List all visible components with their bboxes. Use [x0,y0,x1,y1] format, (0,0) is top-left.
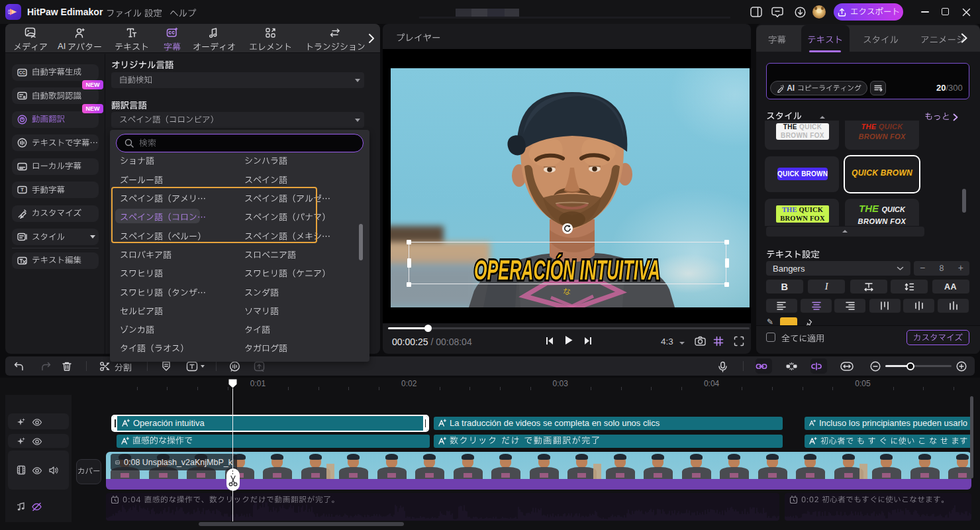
svg-text:T: T [21,187,24,193]
svg-text:CC: CC [19,70,26,75]
